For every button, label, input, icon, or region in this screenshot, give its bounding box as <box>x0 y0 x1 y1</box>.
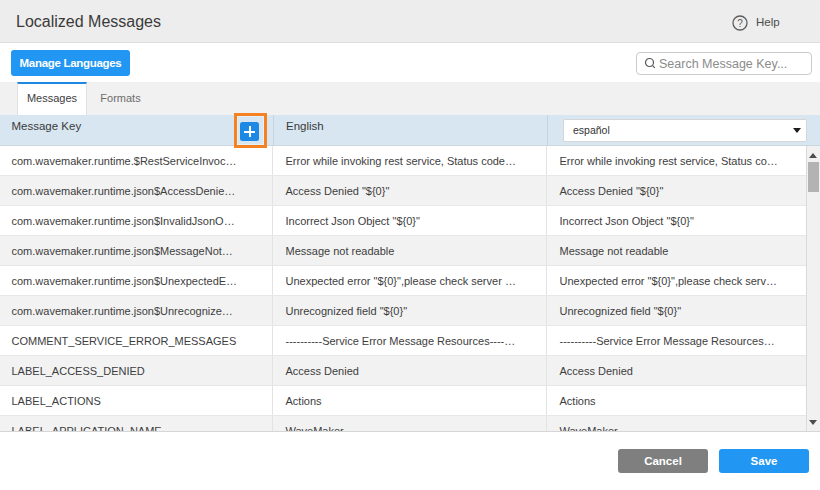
svg-text:?: ? <box>737 18 743 29</box>
